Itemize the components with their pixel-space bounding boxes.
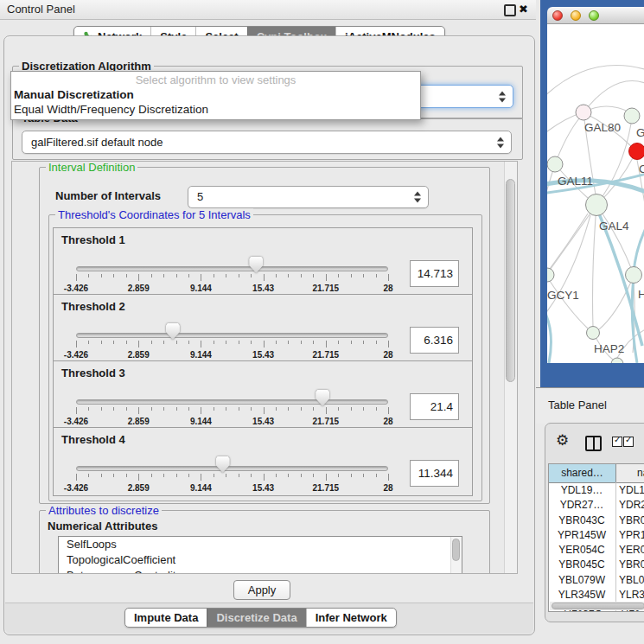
- tab-discretize-data[interactable]: Discretize Data: [207, 609, 305, 627]
- slider-thumb[interactable]: [216, 456, 230, 473]
- node-hap2[interactable]: [587, 327, 600, 340]
- slider-tick: [388, 407, 389, 414]
- table-row[interactable]: YBL079WYBL0: [549, 573, 644, 588]
- bottom-tab-bar: Impute Data Discretize Data Infer Networ…: [124, 608, 397, 628]
- close-icon[interactable]: ✖: [519, 2, 528, 17]
- column-header-name[interactable]: name: [616, 464, 644, 482]
- node-red-selected[interactable]: [629, 143, 644, 160]
- cell-shared-name[interactable]: YER054C: [549, 543, 615, 558]
- slider-track[interactable]: [76, 399, 388, 405]
- network-canvas[interactable]: GAL80 GA C GAL11 GAL4 GCY1 H HAP2: [547, 24, 644, 363]
- node-bottom-partial[interactable]: [611, 358, 623, 363]
- threshold-1-value-field[interactable]: 14.713: [410, 260, 459, 287]
- tab-infer-network[interactable]: Infer Network: [306, 609, 396, 627]
- node-gal11[interactable]: [547, 156, 563, 172]
- algorithm-dropdown-popup: Select algorithm to view settings Manual…: [10, 71, 421, 120]
- slider-tick: [113, 407, 114, 411]
- slider-track[interactable]: [76, 333, 388, 338]
- cell-shared-name[interactable]: YDL19…: [549, 483, 615, 498]
- cell-name[interactable]: YBR0: [619, 558, 644, 572]
- node-gal80[interactable]: [576, 105, 591, 120]
- slider-tick: [388, 474, 389, 481]
- node-h[interactable]: [626, 267, 642, 284]
- slider-thumb[interactable]: [316, 390, 329, 406]
- slider-track[interactable]: [76, 466, 388, 471]
- table-row[interactable]: YDL19…YDL1: [549, 483, 644, 498]
- scrollbar-thumb[interactable]: [552, 603, 644, 609]
- slider-track[interactable]: [76, 266, 388, 271]
- table-panel-box: ⚙ ✓ ✓ shared… name YDL19…YDL1 YDR27…YDR2…: [545, 423, 644, 622]
- slider-thumb[interactable]: [166, 323, 180, 340]
- settings-scrollbar-thumb[interactable]: [506, 179, 515, 382]
- slider-tick: [113, 274, 114, 277]
- threshold-4-value-field[interactable]: 11.344: [410, 460, 459, 487]
- table-row[interactable]: YBR043CYBR0: [549, 513, 644, 528]
- table-row[interactable]: YER054CYER0: [549, 543, 644, 558]
- apply-button[interactable]: Apply: [233, 580, 290, 600]
- slider-tick: [138, 407, 139, 414]
- label-gcy1: GCY1: [547, 289, 579, 302]
- threshold-2-slider[interactable]: -3.4262.8599.14415.4321.71528: [76, 319, 388, 360]
- node-partial-top-right[interactable]: [624, 108, 640, 124]
- tab-infer-network-label: Infer Network: [316, 611, 387, 624]
- tick-label: 28: [383, 417, 392, 426]
- interval-definition-group-title: Interval Definition: [46, 161, 137, 174]
- slider-tick: [251, 274, 252, 277]
- threshold-2-value-field[interactable]: 6.316: [410, 327, 459, 354]
- table-row[interactable]: YPR145WYPR1: [549, 528, 644, 543]
- dropdown-option-equal-width[interactable]: Equal Width/Frequency Discretization: [14, 103, 208, 116]
- cell-name[interactable]: YPR1: [619, 528, 644, 543]
- list-item-betweennesscentrality[interactable]: BetweennessCentrality: [59, 568, 462, 574]
- cell-shared-name[interactable]: YBL079W: [549, 573, 615, 588]
- slider-tick: [264, 341, 265, 348]
- node-gal4[interactable]: [586, 194, 608, 216]
- cell-name[interactable]: YBR0: [619, 513, 644, 528]
- cell-name[interactable]: YDL1: [619, 483, 644, 498]
- slider-thumb[interactable]: [249, 257, 263, 273]
- float-window-icon[interactable]: [504, 4, 516, 16]
- threshold-1-slider[interactable]: -3.4262.8599.14415.4321.71528: [76, 252, 388, 294]
- slider-tick: [201, 407, 201, 414]
- checkbox-icon[interactable]: ✓: [623, 437, 634, 447]
- cell-shared-name[interactable]: YBR045C: [549, 558, 615, 572]
- cell-name[interactable]: YBL0: [619, 573, 644, 588]
- node-gcy1[interactable]: [547, 268, 554, 282]
- close-traffic-light[interactable]: [552, 10, 563, 21]
- slider-tick: [138, 474, 139, 481]
- list-scrollbar-thumb[interactable]: [452, 539, 460, 561]
- threshold-3-slider[interactable]: -3.4262.8599.14415.4321.71528: [76, 386, 388, 427]
- minimize-traffic-light[interactable]: [571, 10, 581, 21]
- cell-name[interactable]: YER0: [619, 543, 644, 558]
- slider-tick: [338, 474, 339, 477]
- column-header-shared-name[interactable]: shared…: [549, 464, 616, 482]
- slider-tick: [251, 474, 252, 477]
- slider-tick: [76, 341, 77, 348]
- dropdown-option-manual-discretization[interactable]: Manual Discretization: [14, 88, 134, 101]
- settings-scrollbar-track[interactable]: [504, 162, 517, 573]
- tab-impute-data[interactable]: Impute Data: [125, 609, 207, 627]
- attributes-group-title: Attributes to discretize: [46, 504, 162, 517]
- table-row[interactable]: YDR27…YDR2: [549, 498, 644, 513]
- cell-shared-name[interactable]: YPR145W: [549, 528, 615, 543]
- table-data-combobox[interactable]: galFiltered.sif default node: [22, 131, 512, 154]
- numerical-attributes-label: Numerical Attributes: [48, 520, 157, 532]
- list-item-topologicalcoefficient[interactable]: TopologicalCoefficient: [59, 552, 462, 568]
- table-horizontal-scrollbar[interactable]: [550, 602, 644, 610]
- threshold-3-value-field[interactable]: 21.4: [410, 393, 459, 420]
- table-row[interactable]: YBR045CYBR0: [549, 558, 644, 572]
- list-item-selfloops[interactable]: SelfLoops: [59, 537, 462, 552]
- cell-shared-name[interactable]: YBR043C: [549, 513, 615, 528]
- list-scrollbar-track[interactable]: [450, 537, 462, 574]
- table-header-row: shared… name: [549, 464, 644, 483]
- gear-icon[interactable]: ⚙: [556, 431, 569, 450]
- number-of-intervals-combobox[interactable]: 5: [188, 186, 429, 208]
- cell-shared-name[interactable]: YDR27…: [549, 498, 615, 513]
- threshold-4-slider[interactable]: -3.4262.8599.14415.4321.71528: [76, 452, 388, 494]
- slider-tick: [88, 407, 89, 411]
- slider-tick: [326, 341, 327, 348]
- zoom-traffic-light[interactable]: [589, 10, 599, 21]
- cell-name[interactable]: YDR2: [619, 498, 644, 513]
- slider-tick: [351, 341, 352, 344]
- checkbox-icon[interactable]: ✓: [612, 437, 622, 447]
- split-columns-icon[interactable]: [585, 436, 602, 451]
